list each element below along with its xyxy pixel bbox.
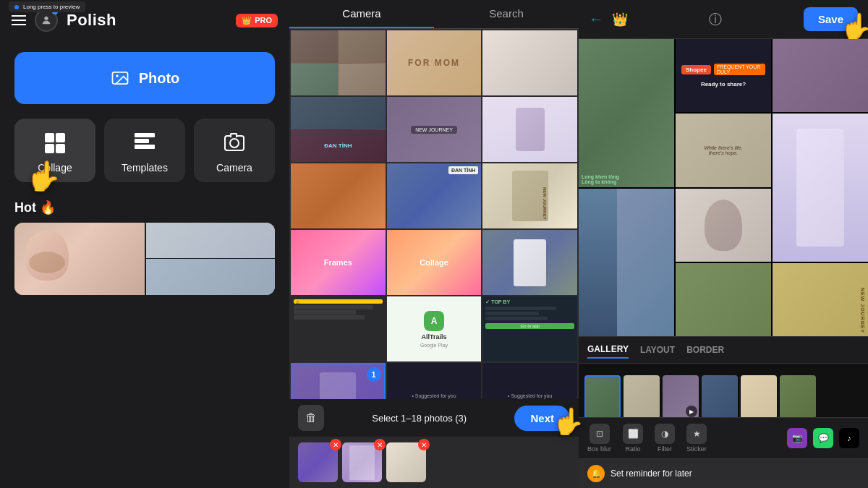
filter-label: Filter [658,445,672,453]
camera-tool[interactable]: Camera [194,119,275,182]
bell-icon: 🔔 [587,465,605,482]
photo-cell-6[interactable] [482,97,577,162]
play-icon: ▶ [686,406,697,417]
box-blur-label: Box blur [587,445,611,453]
photo-cell-5[interactable]: NEW JOURNEY [387,97,482,162]
save-button-wrap: Save 👆 [804,7,858,31]
hot-label: Hot 🔥 [14,200,275,215]
tab-layout[interactable]: LAYOUT [640,342,675,358]
photo-cell-12[interactable] [482,230,577,295]
preview-thumb-2[interactable] [624,375,660,417]
collage-cell-6 [579,189,674,337]
collage-cell-5 [773,114,868,262]
photo-cell-sel-1[interactable] [291,363,386,399]
collage-cell-9: NEW JOURNEY [773,263,868,336]
photo-cell-7[interactable] [291,163,386,228]
collage-cell-7 [676,189,771,262]
photo-grid-tabs: Camera Search [289,0,579,29]
cursor-hand-collage: 👆 [25,159,61,193]
ratio-icon: ⬜ [623,424,643,444]
ready-share: Ready to share? [701,81,746,87]
svg-point-2 [116,74,119,77]
photo-cell-selector-1[interactable]: Frames [291,230,386,295]
photo-cell-sugg-2[interactable]: • Suggested for you [482,363,577,399]
tab-search[interactable]: Search [434,0,579,28]
crown-icon: 👑 [242,16,252,25]
templates-tool[interactable]: Templates [104,119,185,182]
hot-section: Hot 🔥 [0,191,289,301]
tools-grid: Collage 👆 Templates Camera [0,113,289,191]
camera-label: Camera [216,162,252,174]
preview-thumbs-row: ▶ [584,375,862,417]
back-button[interactable]: ← [589,11,603,27]
bottom-actions: ⊡ Box blur ⬜ Ratio ◑ Filter ★ Sticker 📷 … [579,417,868,458]
remove-thumb-3[interactable]: ✕ [418,439,430,450]
social-share-icons: 📷 💬 ♪ [787,428,859,448]
action-ratio[interactable]: ⬜ Ratio [623,424,643,453]
trash-button[interactable]: 🗑 [298,405,324,431]
collage-tool[interactable]: Collage 👆 [14,119,95,182]
preview-strip: Long press to preview ▶ [579,363,868,417]
right-tools-bar: GALLERY LAYOUT BORDER [579,336,868,363]
templates-label: Templates [122,162,168,174]
photo-cell-8[interactable]: ĐAN TÌNH [387,163,482,228]
collage-cell-1: Long khen lòngLòng ta không [579,39,674,187]
select-info: Select 1–18 photos (3) [330,413,509,424]
photo-cell-1[interactable] [291,30,386,95]
menu-button[interactable] [12,15,26,25]
preview-thumb-6[interactable] [780,375,816,417]
collage-preview: Long khen lòngLòng ta không Shopee FREQU… [579,39,868,336]
partner-badge: FREQUENT YOUR DULY [714,64,765,75]
whatsapp-icon[interactable]: 💬 [813,428,833,448]
preview-thumb-4[interactable] [702,375,738,417]
action-filter[interactable]: ◑ Filter [655,424,675,453]
tab-camera[interactable]: Camera [289,0,434,28]
reminder-text: Set reminder for later [610,468,692,479]
thumb-1[interactable]: ✕ [298,442,338,482]
photo-cell-9[interactable]: NEW JOURNEY [482,163,577,228]
photo-cell-for-mom[interactable]: FOR MOM [387,30,482,95]
collage-icon [42,130,68,156]
remove-thumb-2[interactable]: ✕ [374,439,386,450]
preview-thumb-5[interactable] [741,375,777,417]
app-aitrails-cell[interactable]: A AllTrails Google Play [387,296,482,361]
shopee-badge: Shopee [681,65,711,74]
preview-thumb-3[interactable]: ▶ [663,375,699,417]
tab-gallery[interactable]: GALLERY [587,341,629,359]
photo-cell-selector-2[interactable]: Collage [387,230,482,295]
left-panel: Polish 👑 PRO Photo Collage 👆 [0,0,289,488]
next-button[interactable]: Next 👆 [514,406,570,431]
collage-cell-shopee: Shopee FREQUENT YOUR DULY Ready to share… [676,39,771,112]
cursor-hand-next: 👆 [552,406,584,437]
photo-grid: FOR MOM ĐAN TÌNH NEW JOURNEY ĐAN TÌNH NE… [289,29,579,399]
remove-thumb-1[interactable]: ✕ [330,439,341,450]
photo-cell-3[interactable] [482,30,577,95]
tab-border[interactable]: BORDER [686,342,724,358]
thumb-3[interactable]: ✕ [386,442,426,482]
tiktok-icon[interactable]: ♪ [839,428,859,448]
preview-thumb-1[interactable] [584,375,621,417]
app-warning-cell[interactable]: ⚠ [291,296,386,361]
instagram-icon[interactable]: 📷 [787,428,807,448]
bottom-selection-bar: 🗑 Select 1–18 photos (3) Next 👆 [289,399,579,437]
filter-icon: ◑ [655,424,675,444]
todo-cell[interactable]: ✓ TOP BY Go to app [482,296,577,361]
pro-badge[interactable]: 👑 PRO [236,14,278,27]
photo-cell-4[interactable]: ĐAN TÌNH [291,97,386,162]
middle-panel: Camera Search FOR MOM ĐAN TÌNH NEW JOUR [289,0,579,488]
hot-preview [14,223,275,295]
collage-cell-8 [676,263,771,336]
thumb-2[interactable]: ✕ [342,442,382,482]
reminder-bar[interactable]: 🔔 Set reminder for later [579,458,868,488]
camera-icon [221,130,247,156]
sticker-label: Sticker [686,445,707,453]
svg-point-0 [44,17,48,20]
action-sticker[interactable]: ★ Sticker [686,424,707,453]
collage-grid: Long khen lòngLòng ta không Shopee FREQU… [579,39,868,336]
photo-cell-sugg-1[interactable]: • Suggested for you [387,363,482,399]
photo-button[interactable]: Photo [14,52,275,104]
action-box-blur[interactable]: ⊡ Box blur [587,424,611,453]
ratio-label: Ratio [626,445,641,453]
sticker-icon: ★ [686,424,707,444]
info-button[interactable]: ⓘ [709,11,722,28]
